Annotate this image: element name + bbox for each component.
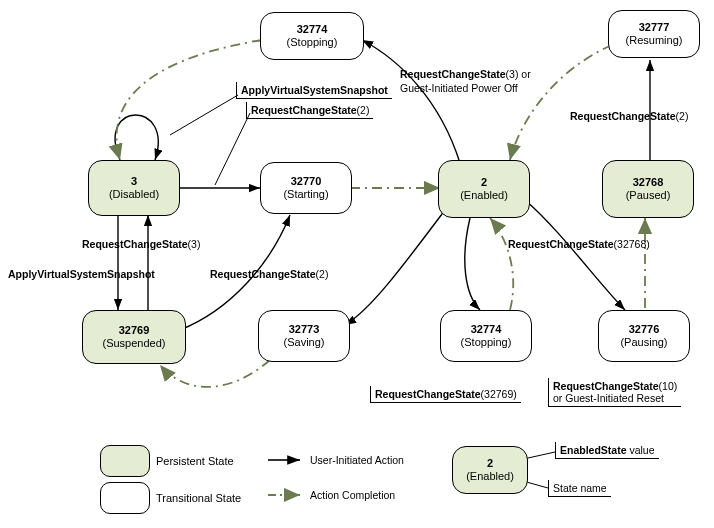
state-stopping-bottom: 32774 (Stopping) (440, 310, 532, 362)
state-id: 3 (131, 175, 137, 188)
legend-user-action: User-Initiated Action (310, 454, 404, 466)
legend-sample-id: 2 (487, 457, 493, 470)
label-rcs32769: RequestChangeState(32769) (370, 386, 521, 403)
label-rcs2-suspended: RequestChangeState(2) (210, 268, 328, 280)
state-id: 2 (481, 176, 487, 189)
state-resuming: 32777 (Resuming) (608, 10, 700, 58)
legend-persistent: Persistent State (100, 445, 234, 477)
state-disabled: 3 (Disabled) (88, 160, 180, 216)
state-starting: 32770 (Starting) (260, 162, 352, 214)
state-enabled: 2 (Enabled) (438, 160, 530, 218)
state-name: (Paused) (626, 189, 671, 202)
state-id: 32774 (471, 323, 502, 336)
label-rcs10: RequestChangeState(10) or Guest-Initiate… (548, 378, 681, 407)
legend-enabled-value: EnabledState value (555, 442, 659, 459)
label-rcs3-or: RequestChangeState(3) or (400, 68, 531, 80)
state-saving: 32773 (Saving) (258, 310, 350, 362)
label-rcs2-top: RequestChangeState(2) (246, 102, 373, 119)
label-apply-snapshot-top: ApplyVirtualSystemSnapshot (236, 82, 392, 99)
legend-action-completion: Action Completion (310, 489, 395, 501)
state-pausing: 32776 (Pausing) (598, 310, 690, 362)
label-rcs2-resuming: RequestChangeState(2) (570, 110, 688, 122)
state-name: (Enabled) (460, 189, 508, 202)
state-name: (Stopping) (461, 336, 512, 349)
legend-sample-name: (Enabled) (466, 470, 514, 483)
legend-transitional-swatch (100, 482, 150, 514)
legend-persistent-swatch (100, 445, 150, 477)
state-name: (Pausing) (620, 336, 667, 349)
state-suspended: 32769 (Suspended) (82, 310, 186, 364)
state-id: 32773 (289, 323, 320, 336)
state-name: (Disabled) (109, 188, 159, 201)
legend-transitional: Transitional State (100, 482, 241, 514)
label-rcs3: RequestChangeState(3) (82, 238, 200, 250)
label-guest-poweroff: Guest-Initiated Power Off (400, 82, 518, 94)
label-apply-snapshot-2: ApplyVirtualSystemSnapshot (8, 268, 155, 280)
state-id: 32774 (297, 23, 328, 36)
state-id: 32770 (291, 175, 322, 188)
state-id: 32777 (639, 21, 670, 34)
state-stopping-top: 32774 (Stopping) (260, 12, 364, 60)
state-name: (Starting) (283, 188, 328, 201)
state-id: 32769 (119, 324, 150, 337)
label-rcs32768: RequestChangeState(32768) (508, 238, 650, 250)
state-id: 32768 (633, 176, 664, 189)
state-name: (Saving) (284, 336, 325, 349)
state-name: (Suspended) (103, 337, 166, 350)
state-paused: 32768 (Paused) (602, 160, 694, 218)
state-name: (Resuming) (626, 34, 683, 47)
state-name: (Stopping) (287, 36, 338, 49)
state-id: 32776 (629, 323, 660, 336)
legend-sample-state: 2 (Enabled) (452, 446, 528, 494)
legend-state-name: State name (548, 480, 611, 497)
